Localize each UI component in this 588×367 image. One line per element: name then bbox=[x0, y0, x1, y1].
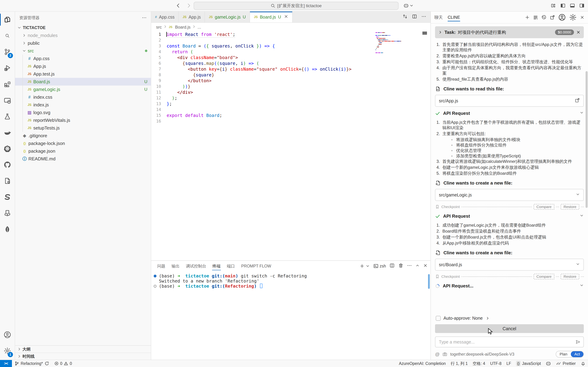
activity-bar-item-docker[interactable] bbox=[0, 125, 15, 141]
encoding-item[interactable]: UTF-8 bbox=[488, 360, 504, 367]
tab-close-icon[interactable] bbox=[284, 14, 288, 20]
cursor-position-item[interactable]: 行 1, 列 1 bbox=[448, 360, 470, 367]
editor-scrollbar[interactable] bbox=[422, 32, 427, 35]
tree-file-.gitignore[interactable]: ◆.gitignore bbox=[15, 132, 151, 140]
maximize-panel-icon[interactable] bbox=[415, 263, 420, 269]
copilot-dropdown-icon[interactable] bbox=[409, 3, 414, 8]
cline-scrollbar[interactable] bbox=[586, 71, 588, 208]
minimap[interactable] bbox=[375, 32, 416, 55]
tree-file-package-lock.json[interactable]: {}package-lock.json bbox=[15, 140, 151, 147]
tree-file-App.css[interactable]: #App.css bbox=[15, 55, 151, 62]
split-terminal-icon[interactable] bbox=[389, 263, 395, 269]
mention-icon[interactable]: @ bbox=[435, 351, 440, 357]
copilot-status-item[interactable] bbox=[543, 360, 554, 367]
eol-item[interactable]: LF bbox=[504, 360, 514, 367]
chevron-down-icon[interactable] bbox=[576, 262, 580, 267]
activity-bar-item-source-control[interactable]: 2 bbox=[0, 44, 15, 60]
panel-tab-PROMPT FLOW[interactable]: PROMPT FLOW bbox=[238, 261, 274, 271]
panel-tab-调试控制台[interactable]: 调试控制台 bbox=[183, 261, 209, 271]
split-editor-icon[interactable] bbox=[412, 14, 417, 20]
mcp-servers-icon[interactable] bbox=[533, 14, 538, 21]
problems-item[interactable]: 0 0 bbox=[52, 360, 75, 367]
activity-bar-item-sqltools[interactable] bbox=[0, 189, 15, 205]
activity-bar-item-extensions[interactable] bbox=[0, 76, 15, 92]
chevron-down-icon[interactable] bbox=[579, 283, 584, 289]
nav-back-icon[interactable] bbox=[175, 3, 181, 8]
shell-indicator[interactable]: zsh bbox=[373, 263, 386, 269]
file-path-box[interactable]: src/Board.js bbox=[435, 259, 584, 271]
compare-button[interactable]: Compare bbox=[534, 274, 554, 279]
command-center-search[interactable]: [扩展开发宿主] tictactoe bbox=[194, 2, 399, 10]
tree-file-README.md[interactable]: ⓘREADME.md bbox=[15, 155, 151, 163]
new-task-icon[interactable] bbox=[525, 14, 530, 21]
editor-tab-Board.js[interactable]: JSBoard.jsU bbox=[250, 12, 293, 22]
file-path-box[interactable]: src/gameLogic.js bbox=[435, 189, 584, 201]
camera-icon[interactable] bbox=[443, 352, 447, 357]
api-request-header[interactable]: API Request bbox=[435, 111, 584, 116]
git-branch-item[interactable]: Refactoring* bbox=[12, 360, 52, 367]
copilot-icon[interactable] bbox=[403, 3, 409, 8]
remote-indicator[interactable]: >< bbox=[0, 360, 12, 367]
tree-root[interactable]: TICTACTOE bbox=[15, 24, 151, 32]
sync-icon[interactable] bbox=[44, 361, 49, 366]
account-icon[interactable] bbox=[558, 14, 566, 21]
tab-chat[interactable]: 聊天 bbox=[434, 12, 443, 23]
tree-file-setupTests.js[interactable]: JSsetupTests.js bbox=[15, 124, 151, 132]
toggle-panel-icon[interactable] bbox=[570, 3, 575, 8]
close-panel-icon[interactable] bbox=[423, 263, 428, 269]
activity-bar-item-manage[interactable]: 1 bbox=[0, 343, 15, 359]
nav-forward-icon[interactable] bbox=[186, 3, 192, 8]
plan-button[interactable]: Plan bbox=[556, 351, 571, 357]
history-icon[interactable] bbox=[541, 14, 547, 21]
terminal[interactable]: (base) ➜ tictactoe git:(main) git switch… bbox=[151, 271, 430, 360]
panel-tab-问题[interactable]: 问题 bbox=[154, 261, 168, 271]
activity-bar-item-remote-explorer[interactable] bbox=[0, 92, 15, 108]
close-panel-icon[interactable] bbox=[580, 14, 585, 21]
editor-tab-gameLogic.js[interactable]: JSgameLogic.jsU bbox=[205, 12, 250, 22]
auto-approve-checkbox[interactable] bbox=[436, 316, 441, 321]
tree-file-App.js[interactable]: JSApp.js bbox=[15, 62, 151, 70]
customize-layout-icon[interactable] bbox=[551, 3, 556, 8]
formatter-item[interactable]: ✓✓ Prettier bbox=[554, 360, 578, 367]
terminal-scrollbar[interactable] bbox=[428, 274, 430, 289]
tree-file-index.css[interactable]: #index.css bbox=[15, 93, 151, 101]
activity-bar-item-run-and-debug[interactable] bbox=[0, 60, 15, 76]
language-mode-item[interactable]: {﻿} JavaScript bbox=[514, 360, 543, 367]
panel-tab-终端[interactable]: 终端 bbox=[209, 261, 224, 271]
kill-terminal-icon[interactable] bbox=[398, 263, 403, 269]
compare-button[interactable]: Compare bbox=[534, 204, 554, 210]
command-decoration[interactable] bbox=[151, 284, 159, 289]
toggle-sidebar-icon[interactable] bbox=[560, 3, 566, 8]
file-path-box[interactable]: src/App.js bbox=[435, 95, 584, 107]
azure-openai-item[interactable]: AzureOpenAI: Completion bbox=[396, 360, 448, 367]
panel-tab-端口[interactable]: 端口 bbox=[224, 261, 238, 271]
tree-file-package.json[interactable]: {}package.json bbox=[15, 147, 151, 155]
breadcrumb-item[interactable]: src bbox=[156, 25, 162, 30]
tree-file-gameLogic.js[interactable]: JSgameLogic.jsU bbox=[15, 85, 151, 93]
tree-file-index.js[interactable]: JSindex.js bbox=[15, 101, 151, 109]
indentation-item[interactable]: 空格: 4 bbox=[470, 360, 488, 367]
open-in-editor-icon[interactable] bbox=[550, 14, 555, 21]
activity-bar-item-code-tools[interactable] bbox=[0, 173, 15, 189]
explorer-more-actions-icon[interactable] bbox=[142, 15, 147, 20]
model-name[interactable]: together:deepseek-ai/DeepSeek-V3 bbox=[450, 352, 514, 357]
sidebar-section-outline[interactable]: 大纲 bbox=[15, 346, 151, 353]
editor-tab-App.js[interactable]: JSApp.js bbox=[179, 12, 205, 22]
activity-bar-item-mongodb[interactable] bbox=[0, 221, 15, 237]
code-editor[interactable]: 1import React from 'react';23const Board… bbox=[151, 32, 430, 260]
restore-button[interactable]: Restore bbox=[561, 204, 579, 210]
auto-approve-row[interactable]: Auto-approve: None bbox=[436, 316, 583, 321]
activity-bar-item-search[interactable] bbox=[0, 28, 15, 44]
activity-bar-item-accounts[interactable] bbox=[0, 327, 15, 343]
tab-cline[interactable]: CLINE bbox=[448, 12, 460, 23]
activity-bar-item-prompt-flow[interactable] bbox=[0, 205, 15, 221]
notifications-item[interactable] bbox=[578, 360, 588, 367]
task-expand-icon[interactable] bbox=[438, 30, 443, 34]
settings-icon[interactable] bbox=[569, 14, 577, 21]
panel-tab-输出[interactable]: 输出 bbox=[168, 261, 183, 271]
api-request-header[interactable]: API Request... bbox=[435, 283, 584, 289]
restore-button[interactable]: Restore bbox=[561, 274, 579, 279]
tree-file-reportWebVitals.js[interactable]: JSreportWebVitals.js bbox=[15, 116, 151, 124]
breadcrumb-item[interactable]: ... bbox=[197, 25, 201, 30]
chevron-down-icon[interactable] bbox=[579, 213, 584, 219]
